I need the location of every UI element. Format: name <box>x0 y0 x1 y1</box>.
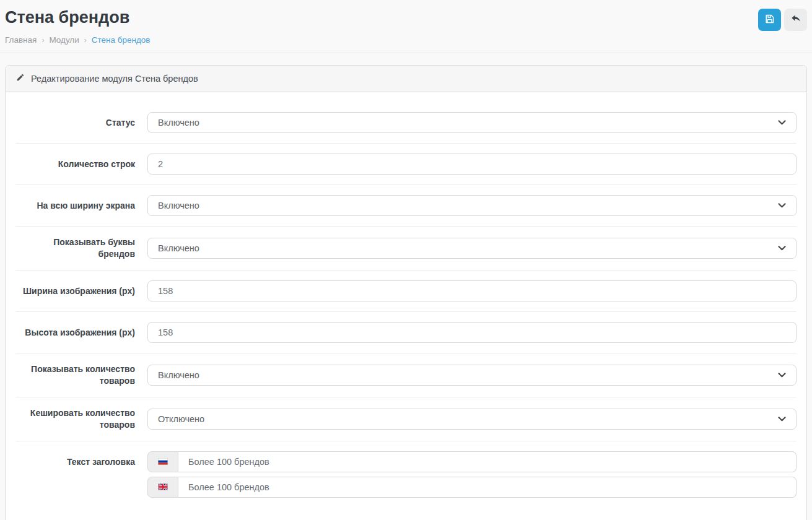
breadcrumb-item-modules[interactable]: Модули <box>49 35 79 45</box>
header-buttons <box>758 9 807 31</box>
uk-flag-icon <box>158 482 168 493</box>
breadcrumb: Главная › Модули › Стена брендов <box>5 35 807 45</box>
chevron-down-icon <box>778 373 786 378</box>
panel-body: Статус Включено Количество строк На всю … <box>6 92 806 518</box>
field-label-show-product-count: Показывать количество товаров <box>15 363 135 387</box>
chevron-down-icon <box>778 246 786 251</box>
reply-arrow-icon <box>790 14 802 26</box>
form-row-fullwidth: На всю ширину экрана Включено <box>15 185 797 227</box>
russian-flag-icon <box>158 456 168 467</box>
field-label-fullwidth: На всю ширину экрана <box>15 200 135 212</box>
field-label-show-letters: Показывать буквы брендов <box>15 236 135 260</box>
select-value: Включено <box>158 370 199 380</box>
show-letters-select[interactable]: Включено <box>147 238 797 259</box>
form-row-status: Статус Включено <box>15 102 797 144</box>
field-label-image-width: Ширина изображения (px) <box>15 285 135 297</box>
select-value: Включено <box>158 201 199 210</box>
fullwidth-select[interactable]: Включено <box>147 195 797 216</box>
field-label-image-height: Высота изображения (px) <box>15 327 135 339</box>
chevron-down-icon <box>778 417 786 422</box>
show-product-count-select[interactable]: Включено <box>147 365 797 386</box>
language-addon <box>147 477 178 498</box>
breadcrumb-item-home[interactable]: Главная <box>5 35 37 45</box>
select-value: Отключено <box>158 414 204 424</box>
language-addon <box>147 451 178 472</box>
breadcrumb-item-current[interactable]: Стена брендов <box>92 35 151 45</box>
field-label-heading-text: Текст заголовка <box>15 451 135 468</box>
form-row-heading-text: Текст заголовка <box>15 441 797 508</box>
form-row-cache-product-count: Кешировать количество товаров Отключено <box>15 397 797 441</box>
heading-text-input-en[interactable] <box>178 477 797 498</box>
floppy-disk-icon <box>764 14 775 26</box>
breadcrumb-separator: › <box>84 36 87 45</box>
form-row-show-letters: Показывать буквы брендов Включено <box>15 227 797 271</box>
heading-text-group-ru <box>147 451 797 472</box>
edit-module-panel: Редактирование модуля Стена брендов Стат… <box>5 65 807 520</box>
cache-product-count-select[interactable]: Отключено <box>147 409 797 430</box>
chevron-down-icon <box>778 120 786 125</box>
heading-text-input-ru[interactable] <box>178 451 797 472</box>
form-row-rows-count: Количество строк <box>15 144 797 185</box>
select-value: Включено <box>158 118 199 128</box>
rows-count-input[interactable] <box>147 154 797 175</box>
panel-heading: Редактирование модуля Стена брендов <box>6 66 806 92</box>
form-row-image-width: Ширина изображения (px) <box>15 271 797 312</box>
pencil-icon <box>16 73 25 84</box>
chevron-down-icon <box>778 203 786 208</box>
panel-heading-title: Редактирование модуля Стена брендов <box>31 74 198 84</box>
heading-text-group-en <box>147 477 797 498</box>
field-label-rows-count: Количество строк <box>15 158 135 170</box>
image-height-input[interactable] <box>147 322 797 343</box>
back-button[interactable] <box>784 9 807 31</box>
field-label-cache-product-count: Кешировать количество товаров <box>15 407 135 431</box>
image-width-input[interactable] <box>147 280 797 301</box>
status-select[interactable]: Включено <box>147 112 797 133</box>
form-row-show-product-count: Показывать количество товаров Включено <box>15 353 797 397</box>
breadcrumb-separator: › <box>41 36 44 45</box>
field-label-status: Статус <box>15 117 135 129</box>
select-value: Включено <box>158 243 199 253</box>
form-row-image-height: Высота изображения (px) <box>15 312 797 353</box>
page-header: Стена брендов Главная › Модули › Стена б… <box>0 0 812 53</box>
save-button[interactable] <box>758 9 781 31</box>
page-title: Стена брендов <box>5 7 807 27</box>
